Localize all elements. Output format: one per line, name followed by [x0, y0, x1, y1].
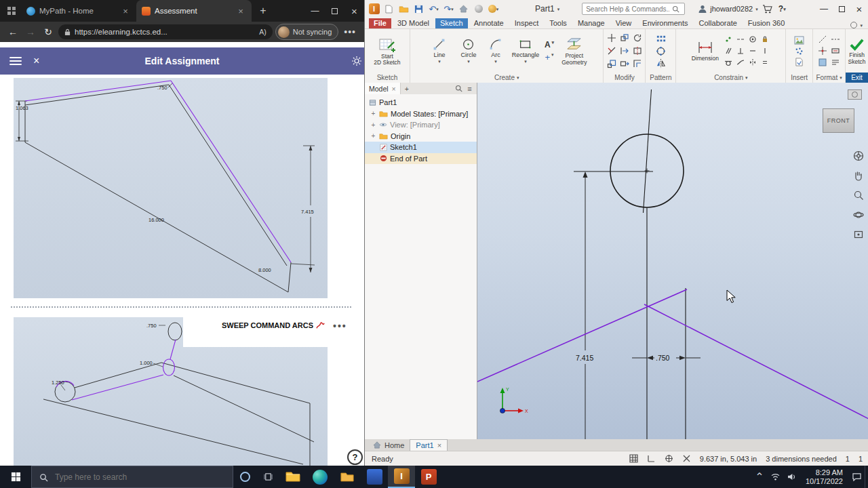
restore-button[interactable]	[833, 0, 850, 18]
action-center-icon[interactable]	[848, 466, 865, 488]
symmetric-constraint-icon[interactable]	[747, 58, 758, 68]
folder-icon[interactable]	[334, 466, 361, 488]
smooth-constraint-icon[interactable]	[735, 58, 746, 68]
purple-sketch-line-1[interactable]	[477, 289, 687, 382]
tree-item-view-primary[interactable]: + View: [Primary]	[365, 119, 477, 131]
text-tool[interactable]: A▾	[545, 40, 554, 49]
offset-tool-icon[interactable]	[631, 58, 643, 70]
format-style-icon[interactable]	[830, 58, 842, 68]
tab-close-icon[interactable]: ×	[437, 441, 441, 449]
insert-dwg-icon[interactable]	[795, 58, 804, 66]
home-tab[interactable]: Home	[368, 439, 410, 451]
ribbon-tab-manage[interactable]: Manage	[573, 18, 610, 28]
cart-icon[interactable]	[762, 3, 773, 15]
parallel-constraint-icon[interactable]	[723, 46, 734, 56]
project-geometry-button[interactable]: ProjectGeometry	[561, 36, 587, 66]
document-title[interactable]: Part1▾	[535, 4, 559, 14]
move-tool-icon[interactable]	[606, 33, 617, 44]
powerpoint-icon[interactable]: P	[415, 466, 442, 488]
view-cube[interactable]: FRONT	[823, 108, 854, 133]
sketch-canvas[interactable]: 7.415 .750 Y X	[477, 83, 868, 439]
format-swatch-icon[interactable]	[817, 58, 829, 68]
ribbon-tab-fusion360[interactable]: Fusion 360	[743, 18, 789, 28]
appearance-icon[interactable]: ▾	[488, 3, 499, 15]
split-tool-icon[interactable]	[631, 45, 643, 57]
tree-item-origin[interactable]: + Origin	[365, 131, 477, 142]
ribbon-tab-tools[interactable]: Tools	[545, 18, 572, 28]
tree-item-end-of-part[interactable]: End of Part	[365, 153, 477, 165]
undo-icon[interactable]: ↶▾	[428, 3, 439, 15]
user-account-button[interactable]: jhoward0282 ▾	[698, 4, 758, 14]
ribbon-tab-sketch[interactable]: Sketch	[435, 18, 468, 28]
help-button[interactable]: ?	[347, 449, 363, 465]
horizontal-constraint-icon[interactable]	[747, 46, 758, 56]
driven-dimension-icon[interactable]	[830, 46, 842, 56]
taskbar-clock[interactable]: 8:29 AM 10/17/2022	[800, 468, 848, 486]
fix-constraint-icon[interactable]	[760, 35, 770, 45]
browser-search-icon[interactable]	[455, 85, 462, 92]
browser-tab-mypath[interactable]: MyPath - Home ×	[21, 0, 136, 22]
ribbon-tab-annotate[interactable]: Annotate	[469, 18, 509, 28]
perpendicular-constraint-icon[interactable]	[735, 46, 746, 56]
import-points-icon[interactable]	[795, 47, 804, 56]
start-button[interactable]	[0, 466, 31, 488]
home-icon[interactable]	[458, 3, 469, 15]
mirror-icon[interactable]	[656, 58, 666, 68]
tree-item-model-states[interactable]: + Model States: [Primary]	[365, 108, 477, 120]
inventor-taskbar-icon[interactable]: I	[388, 466, 415, 488]
insert-image-icon[interactable]	[794, 36, 804, 45]
purple-sketch-line-2[interactable]	[644, 304, 868, 419]
orbit-icon[interactable]	[853, 209, 864, 220]
coincident-constraint-icon[interactable]	[723, 35, 734, 45]
search-icon[interactable]	[669, 5, 682, 13]
look-at-icon[interactable]	[853, 229, 864, 240]
stretch-tool-icon[interactable]	[618, 58, 630, 70]
tree-item-part1[interactable]: Part1	[365, 97, 477, 108]
expand-icon[interactable]: +	[370, 110, 376, 117]
model-tab[interactable]: Model×	[365, 83, 401, 94]
back-button[interactable]: ←	[5, 24, 20, 39]
read-aloud-icon[interactable]: A)	[259, 28, 267, 36]
refresh-button[interactable]: ↻	[41, 24, 56, 39]
sketch-slanted-line[interactable]	[643, 89, 651, 213]
dimension-width-label[interactable]: .750	[656, 354, 670, 362]
profile-button[interactable]: Not syncing	[275, 24, 338, 40]
pan-icon[interactable]	[853, 170, 864, 181]
edge-icon[interactable]	[307, 466, 334, 488]
tree-item-sketch1[interactable]: Sketch1	[365, 142, 477, 153]
command-search[interactable]	[582, 3, 685, 15]
full-navigation-wheel-icon[interactable]	[853, 150, 864, 161]
open-folder-icon[interactable]	[398, 3, 410, 15]
rectangular-pattern-icon[interactable]	[656, 34, 666, 44]
tab-actions-icon[interactable]	[5, 5, 18, 17]
tangent-constraint-icon[interactable]	[723, 58, 734, 68]
concentric-constraint-icon[interactable]	[747, 35, 758, 45]
grid-toggle-icon[interactable]	[629, 454, 638, 463]
maximize-button[interactable]	[325, 0, 344, 22]
taskbar-search[interactable]	[31, 466, 233, 488]
model-tab-close-icon[interactable]: ×	[392, 85, 396, 93]
point-tool[interactable]: +▾	[545, 52, 553, 62]
ribbon-tab-3d-model[interactable]: 3D Model	[393, 18, 434, 28]
trim-tool-icon[interactable]	[606, 45, 617, 57]
save-icon[interactable]	[413, 3, 425, 15]
expand-icon[interactable]: +	[370, 121, 376, 129]
axes-toggle-icon[interactable]	[647, 454, 656, 463]
network-icon[interactable]	[768, 466, 784, 488]
command-search-input[interactable]	[583, 5, 669, 13]
graphics-area[interactable]: 7.415 .750 Y X FRO	[477, 83, 868, 439]
dimension-button[interactable]: Dimension	[692, 39, 719, 62]
expand-icon[interactable]: +	[370, 132, 376, 140]
file-explorer-icon[interactable]	[279, 466, 307, 488]
navigation-wheel-icon[interactable]	[848, 89, 862, 100]
extend-tool-icon[interactable]	[618, 45, 630, 57]
rotate-tool-icon[interactable]	[631, 33, 643, 44]
center-point-icon[interactable]	[817, 46, 829, 56]
browser-tab-assessment[interactable]: Assessment ×	[136, 0, 252, 22]
collinear-constraint-icon[interactable]	[735, 35, 746, 45]
zoom-icon[interactable]	[853, 190, 864, 201]
close-button[interactable]: ×	[850, 0, 868, 18]
blue-app-icon[interactable]	[361, 466, 388, 488]
material-icon[interactable]	[473, 3, 484, 15]
minimize-button[interactable]: —	[305, 0, 325, 22]
